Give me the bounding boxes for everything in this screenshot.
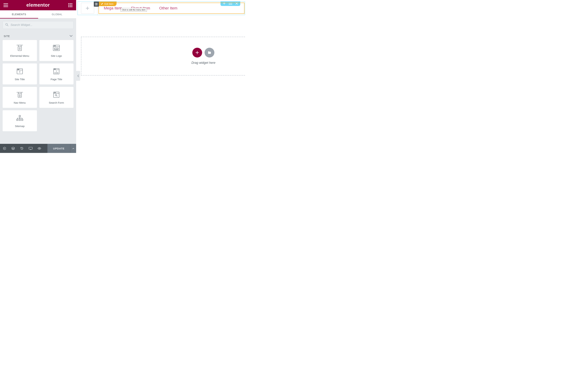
widget-sitemap[interactable]: Sitemap [3,110,37,131]
tooltip: Click to edit the menu item [121,8,147,12]
add-section-button[interactable] [192,48,202,58]
update-caret[interactable] [70,144,76,153]
nav-item-other[interactable]: Other Item [159,6,177,10]
widget-nav-menu[interactable]: Nav Menu [3,87,37,108]
svg-point-27 [17,69,18,69]
svg-text:T: T [19,71,20,73]
svg-rect-3 [69,5,69,6]
widget-label: Site Logo [51,54,62,57]
svg-rect-67 [95,3,96,5]
svg-rect-61 [19,119,20,121]
sitemap-icon [16,114,24,122]
svg-rect-68 [97,3,97,5]
search-box[interactable] [3,21,73,29]
widget-label: Elemental Menu [10,54,29,57]
apps-icon[interactable] [68,3,73,8]
nav-widget[interactable]: Edit Item Click to edit the menu item Me… [98,3,244,14]
svg-point-29 [19,69,19,69]
svg-rect-37 [54,73,55,73]
widget-elemental-menu[interactable]: Elemental Menu [3,40,37,61]
svg-point-34 [55,69,55,69]
svg-rect-0 [69,3,69,4]
svg-rect-5 [71,5,72,6]
site-title-icon: T [16,67,24,75]
svg-rect-7 [70,6,71,7]
category-header[interactable]: SITE [3,34,73,38]
tab-global[interactable]: GLOBAL [38,10,76,18]
svg-rect-6 [69,6,69,7]
svg-point-21 [55,46,55,46]
add-column-button[interactable] [81,3,94,14]
widget-site-logo[interactable]: LOGO Site Logo [39,40,74,61]
widget-label: Nav Menu [14,101,26,104]
search-form-icon [52,91,60,99]
svg-rect-1 [70,3,71,4]
elemental-menu-icon [16,44,24,52]
svg-point-49 [54,92,55,93]
template-library-button[interactable] [205,48,214,58]
settings-icon[interactable] [2,146,6,150]
svg-rect-8 [71,6,72,7]
search-input[interactable] [10,23,71,27]
svg-rect-60 [17,119,18,121]
hamburger-icon[interactable] [3,3,9,8]
nav-menu-icon [16,91,24,99]
chevron-down-icon [70,34,72,38]
widget-site-title[interactable]: T Site Title [3,63,37,84]
drop-zone[interactable]: Drag widget here [81,37,245,75]
svg-rect-38 [56,73,57,73]
svg-line-10 [7,25,8,26]
svg-point-51 [55,92,56,93]
svg-rect-2 [71,3,72,4]
drop-text: Drag widget here [191,61,216,65]
svg-text:LOGO: LOGO [55,48,58,50]
svg-point-20 [54,46,54,46]
svg-point-50 [55,92,55,93]
svg-point-35 [55,69,56,69]
widget-page-title[interactable]: T Page Title [39,63,74,84]
svg-rect-63 [29,147,32,149]
site-logo-icon: LOGO [52,44,60,52]
svg-rect-62 [22,119,23,121]
edit-item-tag[interactable]: Edit Item [99,1,117,6]
widget-search-form[interactable]: Search Form [39,87,74,108]
history-icon[interactable] [20,146,24,150]
svg-rect-4 [70,5,71,6]
edit-widget-handle[interactable] [94,1,99,7]
tab-elements[interactable]: ELEMENTS [0,10,38,18]
update-button[interactable]: UPDATE [47,144,70,153]
navigator-icon[interactable] [11,146,15,150]
edit-item-label: Edit Item [104,3,113,5]
page-title-icon: T [52,67,60,75]
svg-point-28 [18,69,18,69]
category-title: SITE [4,35,10,38]
nav-item-mega[interactable]: Mega Item [104,6,122,10]
svg-line-53 [57,96,57,96]
svg-point-22 [55,46,56,46]
svg-text:T: T [56,70,57,72]
widget-label: Site Title [15,78,25,81]
svg-rect-39 [57,73,58,73]
preview-icon[interactable] [37,146,41,150]
widget-label: Page Title [51,78,62,81]
section[interactable]: Edit Item Click to edit the menu item Me… [78,1,245,15]
svg-point-33 [54,69,55,69]
svg-point-52 [55,94,57,96]
svg-point-66 [39,148,40,149]
search-icon [5,23,9,27]
svg-rect-43 [18,93,22,97]
widget-label: Search Form [49,101,64,104]
responsive-icon[interactable] [29,146,33,150]
widget-label: Sitemap [15,125,25,128]
svg-rect-54 [19,115,20,117]
brand-logo: elementor [26,2,50,8]
